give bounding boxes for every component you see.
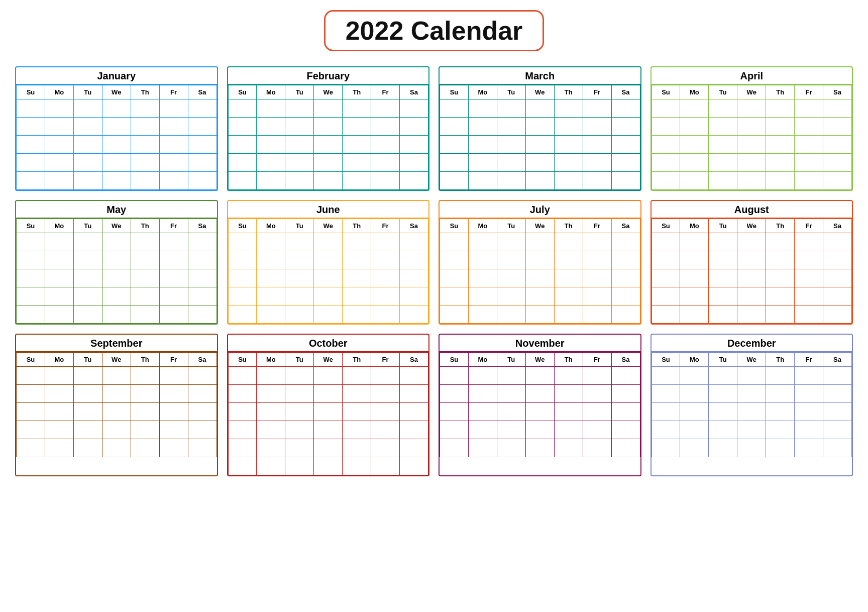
calendar-day-cell — [440, 172, 469, 190]
calendar-day-cell — [257, 251, 285, 269]
day-header-th: Th — [554, 219, 583, 233]
day-header-sa: Sa — [400, 353, 428, 367]
calendar-day-cell — [228, 457, 257, 475]
calendar-day-cell — [343, 233, 371, 251]
calendar-day-cell — [440, 233, 469, 251]
calendar-day-cell — [102, 421, 131, 439]
calendar-day-cell — [257, 305, 285, 324]
calendar-day-cell — [737, 154, 766, 172]
day-header-we: We — [525, 219, 554, 233]
calendar-day-cell — [554, 403, 583, 421]
calendar-day-cell — [554, 439, 583, 457]
calendar-day-cell — [737, 136, 766, 154]
calendar-day-cell — [823, 403, 852, 421]
calendar-week-row — [652, 367, 852, 385]
day-header-su: Su — [228, 219, 257, 233]
calendar-day-cell — [795, 421, 823, 439]
calendar-day-cell — [583, 251, 611, 269]
calendar-day-cell — [497, 136, 525, 154]
calendar-day-cell — [709, 439, 737, 457]
month-header-january: January — [16, 67, 217, 85]
calendar-day-cell — [371, 385, 400, 403]
calendar-day-cell — [823, 421, 852, 439]
day-header-mo: Mo — [45, 219, 73, 233]
calendar-day-cell — [371, 136, 400, 154]
calendar-day-cell — [709, 251, 737, 269]
calendar-day-cell — [159, 403, 188, 421]
calendar-day-cell — [45, 421, 73, 439]
calendar-day-cell — [131, 136, 159, 154]
month-table-december: SuMoTuWeThFrSa — [652, 352, 852, 457]
calendar-day-cell — [525, 269, 554, 287]
calendar-day-cell — [228, 118, 257, 136]
month-header-april: April — [652, 67, 852, 85]
calendar-week-row — [17, 136, 217, 154]
calendar-day-cell — [525, 118, 554, 136]
calendar-day-cell — [795, 99, 823, 118]
calendar-day-cell — [611, 439, 640, 457]
calendar-day-cell — [823, 233, 852, 251]
calendar-week-row — [652, 421, 852, 439]
calendar-day-cell — [497, 172, 525, 190]
calendar-day-cell — [766, 385, 795, 403]
day-header-we: We — [102, 85, 131, 99]
calendar-day-cell — [159, 136, 188, 154]
calendar-week-row — [652, 233, 852, 251]
calendar-day-cell — [45, 118, 73, 136]
month-header-november: November — [440, 335, 640, 352]
calendar-day-cell — [73, 172, 102, 190]
day-header-we: We — [525, 353, 554, 367]
calendar-week-row — [652, 305, 852, 324]
calendar-day-cell — [554, 305, 583, 324]
day-header-th: Th — [554, 353, 583, 367]
calendar-day-cell — [285, 251, 314, 269]
calendar-day-cell — [343, 99, 371, 118]
calendar-day-cell — [17, 367, 45, 385]
month-header-december: December — [652, 335, 852, 352]
day-header-su: Su — [440, 353, 469, 367]
calendar-day-cell — [554, 154, 583, 172]
calendar-week-row — [652, 154, 852, 172]
calendar-week-row — [228, 118, 428, 136]
calendar-day-cell — [257, 269, 285, 287]
calendar-day-cell — [400, 421, 428, 439]
day-header-mo: Mo — [45, 85, 73, 99]
calendar-day-cell — [159, 367, 188, 385]
day-header-tu: Tu — [497, 219, 525, 233]
month-header-july: July — [440, 201, 640, 219]
calendar-day-cell — [652, 118, 680, 136]
calendar-day-cell — [228, 439, 257, 457]
day-header-mo: Mo — [468, 219, 497, 233]
calendar-day-cell — [737, 439, 766, 457]
month-table-april: SuMoTuWeThFrSa — [652, 85, 852, 190]
day-header-su: Su — [440, 219, 469, 233]
calendar-day-cell — [102, 136, 131, 154]
month-table-july: SuMoTuWeThFrSa — [440, 219, 640, 324]
calendar-day-cell — [314, 251, 343, 269]
day-header-mo: Mo — [257, 353, 285, 367]
calendar-day-cell — [314, 457, 343, 475]
calendar-day-cell — [440, 367, 469, 385]
calendar-day-cell — [102, 367, 131, 385]
calendar-day-cell — [652, 305, 680, 324]
day-header-su: Su — [17, 85, 45, 99]
calendar-day-cell — [497, 385, 525, 403]
calendar-day-cell — [709, 385, 737, 403]
calendar-day-cell — [795, 439, 823, 457]
calendar-day-cell — [823, 154, 852, 172]
calendar-day-cell — [583, 439, 611, 457]
calendar-day-cell — [709, 403, 737, 421]
calendar-week-row — [652, 403, 852, 421]
calendar-day-cell — [314, 136, 343, 154]
calendar-week-row — [440, 172, 640, 190]
calendar-day-cell — [737, 367, 766, 385]
calendar-day-cell — [371, 305, 400, 324]
calendar-day-cell — [131, 154, 159, 172]
calendar-day-cell — [652, 233, 680, 251]
calendar-week-row — [440, 154, 640, 172]
calendar-day-cell — [497, 367, 525, 385]
day-header-fr: Fr — [795, 353, 823, 367]
calendar-day-cell — [795, 154, 823, 172]
calendar-day-cell — [257, 403, 285, 421]
day-header-th: Th — [766, 219, 795, 233]
